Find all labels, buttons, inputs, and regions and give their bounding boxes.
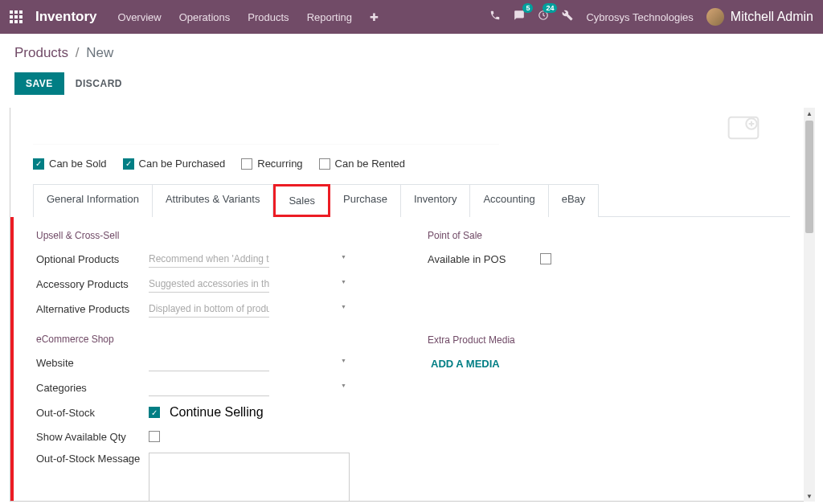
nav-items: Overview Operations Products Reporting ✚	[118, 11, 379, 23]
phone-icon[interactable]	[489, 10, 501, 24]
avatar	[706, 8, 724, 26]
out-of-stock-check[interactable]: ✓Continue Selling	[149, 405, 264, 420]
tab-accounting[interactable]: Accounting	[470, 184, 548, 217]
apps-menu-icon[interactable]	[10, 10, 23, 23]
tab-inventory[interactable]: Inventory	[401, 184, 470, 217]
form-sheet: ✓Can be Sold ✓Can be Purchased Recurring…	[10, 108, 813, 502]
section-extra-media: Extra Product Media	[428, 334, 787, 346]
top-navbar: Inventory Overview Operations Products R…	[0, 0, 823, 34]
available-pos-checkbox[interactable]	[540, 253, 551, 264]
alternative-products-input[interactable]	[149, 301, 269, 318]
add-media-button[interactable]: ADD A MEDIA	[431, 358, 500, 370]
categories-input[interactable]	[149, 379, 269, 396]
activity-icon[interactable]: 24	[538, 10, 549, 24]
scrollbar[interactable]: ▲ ▼	[804, 108, 815, 502]
action-buttons: SAVE DISCARD	[14, 72, 809, 95]
options-row: ✓Can be Sold ✓Can be Purchased Recurring…	[33, 158, 790, 170]
tab-sales[interactable]: Sales	[273, 184, 330, 217]
discard-button[interactable]: DISCARD	[76, 78, 122, 89]
label-accessory: Accessory Products	[36, 278, 149, 290]
optional-products-input[interactable]	[149, 251, 269, 268]
breadcrumb-parent[interactable]: Products	[14, 45, 68, 60]
save-button[interactable]: SAVE	[14, 72, 64, 95]
website-input[interactable]	[149, 354, 269, 371]
tab-bar: General Information Attributes & Variant…	[33, 184, 790, 217]
scroll-down-icon[interactable]: ▼	[804, 490, 815, 502]
product-image-placeholder[interactable]	[713, 116, 774, 140]
tab-ebay[interactable]: eBay	[549, 184, 600, 217]
tab-general[interactable]: General Information	[33, 184, 153, 217]
product-header	[33, 116, 790, 145]
navbar-right: 5 24 Cybrosys Technologies Mitchell Admi…	[489, 8, 813, 26]
user-name: Mitchell Admin	[731, 10, 813, 24]
sheet-container: ✓Can be Sold ✓Can be Purchased Recurring…	[10, 108, 813, 502]
product-name-input[interactable]	[33, 116, 499, 145]
label-categories: Categories	[36, 382, 149, 394]
sales-tab-content: Upsell & Cross-Sell Optional Products Ac…	[10, 217, 813, 502]
tab-purchase[interactable]: Purchase	[330, 184, 401, 217]
can-be-purchased-checkbox[interactable]: ✓Can be Purchased	[123, 158, 226, 170]
scroll-up-icon[interactable]: ▲	[804, 108, 815, 119]
nav-operations[interactable]: Operations	[179, 11, 231, 23]
label-available-pos: Available in POS	[428, 253, 540, 265]
label-optional: Optional Products	[36, 253, 149, 265]
oos-message-input[interactable]	[149, 453, 350, 502]
messages-badge: 5	[522, 3, 533, 13]
tools-icon[interactable]	[562, 10, 573, 24]
recurring-checkbox[interactable]: Recurring	[241, 158, 302, 170]
accessory-products-input[interactable]	[149, 276, 269, 293]
nav-reporting[interactable]: Reporting	[307, 11, 352, 23]
show-qty-checkbox[interactable]	[149, 431, 160, 442]
user-menu[interactable]: Mitchell Admin	[706, 8, 813, 26]
breadcrumb: Products / New	[14, 45, 809, 61]
label-out-of-stock: Out-of-Stock	[36, 407, 149, 419]
breadcrumb-current: New	[86, 45, 113, 60]
label-website: Website	[36, 357, 149, 369]
label-show-qty: Show Available Qty	[36, 431, 149, 443]
messages-icon[interactable]: 5	[514, 10, 525, 24]
section-upsell: Upsell & Cross-Sell	[36, 230, 395, 241]
control-panel: Products / New SAVE DISCARD	[0, 34, 823, 103]
label-alternative: Alternative Products	[36, 303, 149, 315]
can-be-sold-checkbox[interactable]: ✓Can be Sold	[33, 158, 107, 170]
nav-overview[interactable]: Overview	[118, 11, 162, 23]
section-pos: Point of Sale	[428, 230, 787, 241]
nav-products[interactable]: Products	[248, 11, 289, 23]
company-selector[interactable]: Cybrosys Technologies	[586, 11, 693, 23]
section-ecommerce: eCommerce Shop	[36, 334, 395, 345]
activity-badge: 24	[543, 3, 557, 13]
navbar-left: Inventory Overview Operations Products R…	[10, 9, 379, 25]
can-be-rented-checkbox[interactable]: Can be Rented	[319, 158, 405, 170]
scroll-thumb[interactable]	[805, 121, 813, 233]
tab-attributes[interactable]: Attributes & Variants	[153, 184, 274, 217]
label-oos-msg: Out-of-Stock Message	[36, 453, 149, 465]
plus-icon[interactable]: ✚	[370, 11, 379, 23]
app-brand[interactable]: Inventory	[35, 9, 97, 25]
